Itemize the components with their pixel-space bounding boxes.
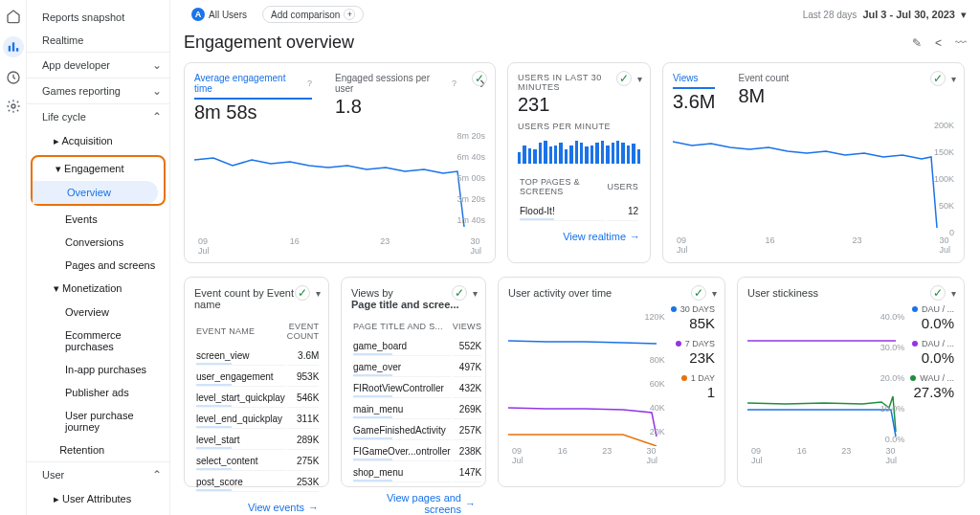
help-icon[interactable]: ?: [307, 78, 312, 88]
card-user-activity: ✓▾ User activity over time 120K 80K 60K …: [498, 277, 725, 487]
sidebar-acquisition[interactable]: ▸ Acquisition: [27, 129, 169, 153]
table-row[interactable]: game_over497K: [353, 358, 481, 377]
sidebar-engagement-highlight: ▾ Engagement Overview: [31, 155, 166, 206]
avg-engagement-value: 8m 58s: [194, 101, 312, 123]
chevron-down-icon[interactable]: ▾: [951, 288, 956, 299]
table-row[interactable]: FIGameOver...ontroller238K: [353, 442, 481, 461]
sidebar-conversions[interactable]: Conversions: [27, 231, 169, 254]
table-row[interactable]: level_end_quickplay311K: [196, 410, 319, 429]
chevron-down-icon[interactable]: ▾: [473, 288, 478, 299]
add-comparison-chip[interactable]: Add comparison+: [262, 6, 364, 23]
sidebar-realtime[interactable]: Realtime: [27, 29, 169, 52]
sidebar-events[interactable]: Events: [27, 208, 169, 231]
view-pages-link[interactable]: View pages and screens →: [351, 492, 476, 515]
card-views-events: ✓▾ Views 3.6M Event count 8M 200K 150K 1…: [662, 62, 965, 263]
chevron-down-icon: ⌄: [152, 84, 162, 98]
table-row[interactable]: screen_view3.6M: [196, 347, 319, 366]
card-title: User activity over time: [508, 287, 715, 299]
view-realtime-link[interactable]: View realtime →: [518, 231, 640, 242]
configure-icon[interactable]: [5, 98, 22, 115]
sidebar-user-purchase[interactable]: User purchase journey: [27, 404, 169, 438]
table-row[interactable]: level_start289K: [196, 431, 319, 450]
table-row[interactable]: user_engagement953K: [196, 368, 319, 387]
share-icon[interactable]: <: [935, 36, 942, 50]
sidebar-retention[interactable]: Retention: [27, 438, 169, 461]
table-row[interactable]: level_start_quickplay546K: [196, 389, 319, 408]
chevron-down-icon[interactable]: ▾: [712, 288, 717, 299]
chevron-up-icon: ⌃: [152, 110, 162, 123]
home-icon[interactable]: [5, 8, 22, 25]
svg-rect-1: [11, 42, 13, 51]
table-row[interactable]: game_board552K: [353, 337, 481, 356]
sidebar-mon-overview[interactable]: Overview: [27, 301, 169, 324]
card-realtime-users: ✓▾ USERS IN LAST 30 MINUTES 231 USERS PE…: [507, 62, 651, 263]
card-title: User stickiness: [747, 287, 954, 299]
main-content: AAll Users Add comparison+ Last 28 daysJ…: [170, 0, 980, 515]
table-row[interactable]: shop_menu147K: [353, 463, 481, 482]
table-row[interactable]: Flood-It!12: [520, 202, 638, 221]
users-per-minute-bars: [518, 135, 640, 164]
chevron-down-icon[interactable]: ▾: [637, 74, 642, 84]
views-value: 3.6M: [673, 91, 715, 113]
table-row[interactable]: post_score253K: [196, 473, 319, 492]
sidebar-engagement[interactable]: ▾ Engagement: [33, 157, 164, 181]
sidebar: Reports snapshot Realtime App developer⌄…: [27, 0, 170, 515]
view-events-link[interactable]: View events →: [194, 502, 319, 513]
audience-chip[interactable]: AAll Users: [184, 6, 255, 23]
sidebar-monetization[interactable]: ▾ Monetization: [27, 277, 169, 301]
eng-sessions-label: Engaged sessions per user?: [335, 73, 457, 94]
views-label[interactable]: Views: [673, 73, 715, 89]
sidebar-life-cycle[interactable]: Life cycle⌃: [27, 103, 169, 129]
eng-sessions-value: 1.8: [335, 96, 457, 118]
views-chart: 200K 150K 100K 50K 0: [673, 121, 954, 235]
sidebar-games-reporting[interactable]: Games reporting⌄: [27, 78, 169, 103]
table-row[interactable]: main_menu269K: [353, 400, 481, 419]
sidebar-ecommerce[interactable]: Ecommerce purchases: [27, 324, 169, 358]
chevron-down-icon[interactable]: ▾: [316, 288, 321, 299]
sidebar-pages-screens[interactable]: Pages and screens: [27, 254, 169, 277]
table-row[interactable]: GameFinishedActivity257K: [353, 421, 481, 440]
event-count-value: 8M: [738, 85, 789, 107]
insights-icon[interactable]: 〰: [955, 36, 967, 50]
sidebar-engagement-overview[interactable]: Overview: [33, 181, 158, 204]
sidebar-reports-snapshot[interactable]: Reports snapshot: [27, 6, 169, 29]
check-icon: ✓: [295, 285, 310, 301]
table-row[interactable]: FIRootViewController432K: [353, 379, 481, 398]
top-pages-table: TOP PAGES & SCREENSUSERS Flood-It!12: [518, 171, 640, 223]
user-activity-chart: 120K 80K 60K 40K 20K: [508, 312, 665, 446]
customize-icon[interactable]: ✎: [912, 36, 922, 50]
sidebar-user[interactable]: User⌃: [27, 461, 169, 487]
left-rail: [0, 0, 27, 515]
help-icon[interactable]: ?: [452, 78, 457, 88]
reports-icon[interactable]: [3, 36, 24, 57]
check-icon: ✓: [691, 285, 706, 301]
sidebar-publisher-ads[interactable]: Publisher ads: [27, 381, 169, 404]
svg-point-4: [11, 104, 15, 108]
event-table: EVENT NAMEEVENT COUNT screen_view3.6M us…: [194, 316, 321, 494]
date-range-picker[interactable]: Last 28 daysJul 3 - Jul 30, 2023▾: [803, 9, 967, 21]
check-icon: ✓: [452, 285, 467, 301]
page-title: Engagement overview: [184, 33, 354, 53]
svg-rect-2: [15, 48, 17, 52]
engagement-chart: 8m 20s 6m 40s 5m 00s 3m 20s 1m 40s: [194, 131, 485, 236]
chevron-down-icon: ⌄: [152, 58, 162, 72]
users30-value: 231: [518, 94, 640, 116]
explore-icon[interactable]: [5, 69, 22, 86]
stickiness-chart: 40.0% 30.0% 20.0% 10.0% 0.0%: [747, 312, 904, 446]
check-icon: ✓: [930, 285, 946, 301]
sidebar-in-app[interactable]: In-app purchases: [27, 358, 169, 381]
sidebar-app-developer[interactable]: App developer⌄: [27, 52, 169, 78]
sidebar-tech[interactable]: ▸ Tech: [27, 511, 169, 515]
event-count-label: Event count: [738, 73, 789, 83]
avg-engagement-label[interactable]: Average engagement time?: [194, 73, 312, 100]
table-row[interactable]: select_content275K: [196, 452, 319, 471]
card-event-count: ✓▾ Event count by Event name EVENT NAMEE…: [184, 277, 329, 487]
svg-rect-0: [8, 46, 10, 52]
plus-icon: +: [344, 9, 355, 20]
sidebar-user-attributes[interactable]: ▸ User Attributes: [27, 487, 169, 511]
check-icon: ✓: [616, 71, 632, 86]
card-user-stickiness: ✓▾ User stickiness 40.0% 30.0% 20.0% 10.…: [737, 277, 965, 487]
chevron-down-icon[interactable]: ▾: [951, 74, 956, 84]
per-minute-label: USERS PER MINUTE: [518, 122, 640, 131]
chevron-down-icon: ▾: [961, 9, 967, 21]
